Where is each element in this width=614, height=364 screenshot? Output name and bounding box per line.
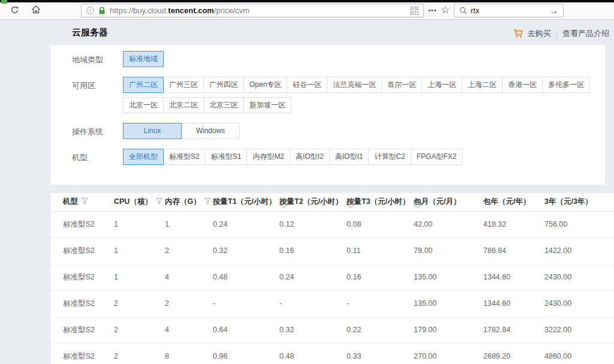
page-info-icon[interactable]: i (86, 7, 94, 14)
table-cell: 1 (114, 264, 165, 290)
filter-funnel-icon[interactable] (156, 198, 162, 204)
cart-icon[interactable] (513, 29, 523, 38)
filter-option[interactable]: 内存型M2 (246, 149, 290, 165)
table-cell: 0.48 (213, 264, 279, 290)
filter-option[interactable]: 高IO型I2 (290, 149, 330, 165)
reload-icon[interactable] (10, 5, 19, 17)
filter-option[interactable]: Windows (181, 123, 240, 139)
table-row: 标准型S2120.320.160.1179.00786.841422.00 (51, 237, 614, 264)
tab-favicon (1, 0, 7, 4)
filter-option[interactable]: 计算型C2 (368, 149, 411, 165)
column-header[interactable]: 包月（元/月） (414, 193, 483, 211)
bookmark-star-icon[interactable]: ☆ (441, 4, 450, 16)
column-header[interactable]: 机型 (51, 193, 114, 211)
filter-option[interactable]: Open专区 (243, 77, 287, 93)
table-cell: 0.33 (347, 343, 414, 364)
table-cell: 0.24 (213, 211, 279, 237)
filter-funnel-icon[interactable] (204, 198, 211, 204)
table-row: 标准型S2240.640.320.22179.001782.843222.00 (51, 317, 614, 343)
table-cell: 2 (165, 237, 213, 264)
filter-option[interactable]: 标准型S2 (163, 149, 206, 165)
table-cell: 79.00 (414, 237, 483, 264)
table-cell: 标准型S2 (51, 290, 114, 317)
table-cell: - (213, 290, 279, 317)
table-cell: 1 (165, 211, 213, 237)
filter-option[interactable]: 多伦多一区 (542, 77, 590, 93)
table-cell: 1344.60 (483, 264, 544, 290)
filter-option[interactable]: Linux (123, 123, 182, 139)
tab-strip (0, 0, 614, 2)
table-cell: 8 (165, 343, 213, 364)
table-cell: 0.24 (279, 264, 347, 290)
table-cell: 2430.00 (544, 264, 614, 290)
table-cell: 786.84 (483, 237, 544, 264)
column-header-label: 机型 (63, 197, 78, 206)
table-cell: 标准型S2 (51, 317, 114, 343)
page: { "colors":{"accent":"#2b7bc8","selected… (0, 0, 614, 364)
table-cell: 0.32 (279, 317, 347, 343)
table-cell: 标准型S2 (51, 211, 114, 237)
table-row: 标准型S2280.960.480.33270.002689.204860.00 (51, 343, 614, 364)
table-cell: 418.32 (483, 211, 544, 237)
table-cell: 4 (165, 317, 213, 343)
table-cell: 2 (114, 317, 165, 343)
qr-code-icon[interactable] (410, 7, 419, 15)
filter-option[interactable]: 香港一区 (502, 77, 543, 93)
filter-option[interactable]: 首尔一区 (381, 77, 422, 93)
column-header[interactable]: 按量T2（元/小时）i (279, 193, 347, 211)
table-cell: 1422.00 (544, 237, 614, 264)
filter-option[interactable]: 上海一区 (422, 77, 462, 93)
filter-option[interactable]: 北京三区 (203, 97, 244, 113)
filter-option[interactable]: 硅谷一区 (287, 77, 327, 93)
filter-label: 操作系统 (72, 123, 123, 137)
filter-option[interactable]: 标准地域 (123, 51, 164, 67)
filter-option[interactable]: 广州二区 (123, 77, 164, 93)
filter-option[interactable]: 上海二区 (462, 77, 502, 93)
more-menu-icon[interactable]: ••• (428, 7, 437, 14)
home-icon[interactable] (31, 5, 41, 17)
column-header[interactable]: 按量T1（元/小时）i (213, 193, 279, 211)
filter-option[interactable]: 广州三区 (163, 77, 204, 93)
table-cell: 4 (165, 264, 213, 290)
column-header[interactable]: 3年（元/3年） (544, 193, 614, 211)
column-header-label: 3年（元/3年） (544, 197, 592, 206)
filter-option[interactable]: 广州四区 (203, 77, 244, 93)
address-bar[interactable]: i https://buy.cloud.tencent.com/price/cv… (81, 4, 424, 17)
filter-funnel-icon[interactable] (82, 198, 88, 204)
table-cell: 179.00 (414, 317, 483, 343)
filter-option[interactable]: 高IO型I1 (329, 149, 369, 165)
url-text[interactable]: https://buy.cloud.tencent.com/price/cvm (110, 6, 249, 15)
filter-option[interactable]: 法兰克福一区 (327, 77, 382, 93)
column-header-label: CPU（核） (114, 197, 152, 206)
table-cell: 1782.84 (483, 317, 544, 343)
filter-row-region-type: 地域类型标准地域 (72, 51, 164, 67)
table-cell: 135.00 (414, 290, 483, 317)
filter-label: 地域类型 (72, 51, 123, 65)
filter-label: 可用区 (72, 77, 123, 91)
filter-option[interactable]: 全部机型 (123, 149, 164, 165)
browser-search[interactable]: → (454, 4, 564, 17)
go-buy-link[interactable]: 去购买 (528, 28, 551, 39)
search-go-arrow[interactable]: → (549, 6, 558, 15)
filter-option[interactable]: 北京二区 (163, 97, 204, 113)
product-intro-link[interactable]: 查看产品介绍 (562, 28, 609, 39)
table-cell: 270.00 (414, 343, 483, 364)
secure-lock-icon[interactable] (98, 7, 106, 15)
table-cell: 0.48 (279, 343, 347, 364)
search-input[interactable] (471, 6, 549, 15)
column-header[interactable]: 包年（元/年） (483, 193, 544, 211)
filter-option[interactable]: FPGA型FX2 (411, 149, 463, 165)
column-header[interactable]: 内存（G） (165, 193, 213, 211)
table-cell: 135.00 (414, 264, 483, 290)
column-header[interactable]: CPU（核） (114, 193, 165, 211)
filter-option[interactable]: 标准型S1 (205, 149, 248, 165)
table-cell: 0.16 (279, 237, 347, 264)
filter-option[interactable]: 新加坡一区 (243, 97, 291, 113)
table-cell: 0.16 (347, 264, 414, 290)
column-header-label: 按量T1（元/小时） (213, 197, 276, 206)
table-body: 标准型S2110.240.120.0842.00418.32756.00标准型S… (51, 211, 614, 364)
filter-option[interactable]: 北京一区 (123, 97, 164, 113)
table-cell: 2 (165, 290, 213, 317)
table-row: 标准型S2110.240.120.0842.00418.32756.00 (51, 211, 614, 237)
column-header[interactable]: 按量T3（元/小时）i (347, 193, 414, 211)
